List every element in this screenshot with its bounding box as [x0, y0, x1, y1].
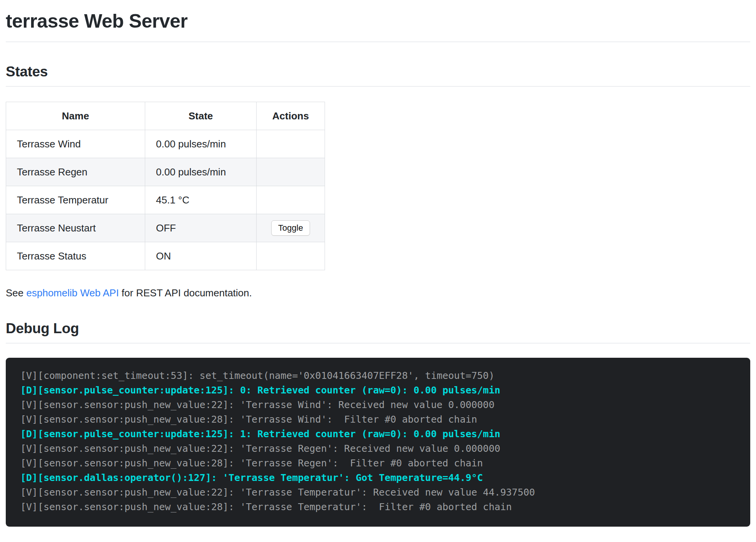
states-divider — [6, 86, 750, 87]
log-line: [V][sensor.sensor:push_new_value:22]: 'T… — [20, 441, 743, 456]
column-header-actions: Actions — [257, 102, 325, 130]
actions-cell: Toggle — [257, 214, 325, 242]
table-row: Terrasse Wind0.00 pulses/min — [6, 130, 325, 158]
actions-cell — [257, 158, 325, 186]
esphomelib-web-api-link[interactable]: esphomelib Web API — [27, 287, 119, 299]
debug-log-output: [V][component:set_timeout:53]: set_timeo… — [6, 358, 750, 527]
state-name-cell: Terrasse Neustart — [6, 214, 145, 242]
actions-cell — [257, 186, 325, 214]
state-value-cell: 0.00 pulses/min — [145, 130, 257, 158]
toggle-button[interactable]: Toggle — [271, 220, 310, 236]
log-line: [V][sensor.sensor:push_new_value:22]: 'T… — [20, 485, 743, 500]
column-header-name: Name — [6, 102, 145, 130]
table-header-row: Name State Actions — [6, 102, 325, 130]
states-heading: States — [6, 64, 750, 80]
log-line: [V][sensor.sensor:push_new_value:28]: 'T… — [20, 412, 743, 427]
state-value-cell: OFF — [145, 214, 257, 242]
states-table-body: Terrasse Wind0.00 pulses/minTerrasse Reg… — [6, 130, 325, 270]
states-table: Name State Actions Terrasse Wind0.00 pul… — [6, 102, 325, 270]
state-value-cell: ON — [145, 242, 257, 270]
column-header-state: State — [145, 102, 257, 130]
page-title: terrasse Web Server — [6, 10, 750, 32]
log-line: [D][sensor.pulse_counter:update:125]: 1:… — [20, 427, 743, 441]
api-note: See esphomelib Web API for REST API docu… — [6, 287, 750, 299]
api-note-suffix: for REST API documentation. — [119, 287, 252, 299]
log-line: [D][sensor.pulse_counter:update:125]: 0:… — [20, 383, 743, 398]
state-name-cell: Terrasse Status — [6, 242, 145, 270]
log-line: [D][sensor.dallas:operator():127]: 'Terr… — [20, 471, 743, 485]
table-row: Terrasse Regen0.00 pulses/min — [6, 158, 325, 186]
debug-divider — [6, 343, 750, 344]
state-value-cell: 0.00 pulses/min — [145, 158, 257, 186]
debug-log-heading: Debug Log — [6, 321, 750, 337]
actions-cell — [257, 242, 325, 270]
log-line: [V][sensor.sensor:push_new_value:28]: 'T… — [20, 456, 743, 471]
page-root: terrasse Web Server States Name State Ac… — [0, 0, 756, 542]
title-divider — [6, 41, 750, 42]
state-name-cell: Terrasse Wind — [6, 130, 145, 158]
log-line: [V][sensor.sensor:push_new_value:28]: 'T… — [20, 500, 743, 514]
table-row: Terrasse StatusON — [6, 242, 325, 270]
api-note-prefix: See — [6, 287, 27, 299]
actions-cell — [257, 130, 325, 158]
state-name-cell: Terrasse Temperatur — [6, 186, 145, 214]
table-row: Terrasse Temperatur45.1 °C — [6, 186, 325, 214]
table-row: Terrasse NeustartOFFToggle — [6, 214, 325, 242]
state-value-cell: 45.1 °C — [145, 186, 257, 214]
state-name-cell: Terrasse Regen — [6, 158, 145, 186]
log-line: [V][sensor.sensor:push_new_value:22]: 'T… — [20, 398, 743, 412]
log-line: [V][component:set_timeout:53]: set_timeo… — [20, 368, 743, 383]
